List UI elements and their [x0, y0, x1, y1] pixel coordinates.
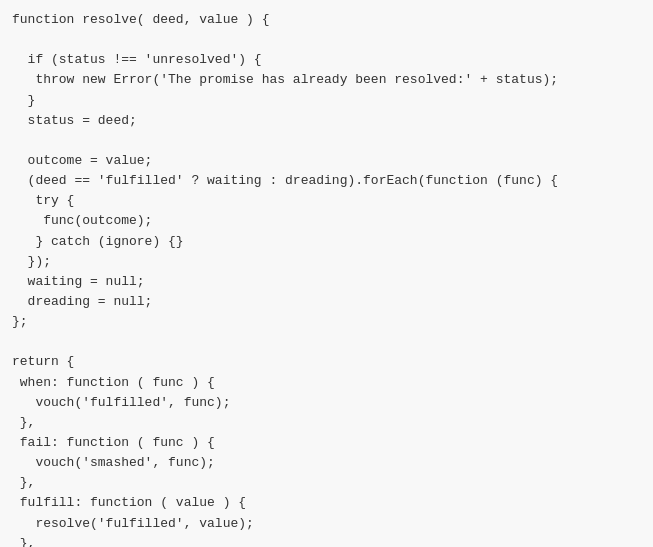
code-block: function resolve( deed, value ) { if (st… [12, 10, 641, 547]
code-line: if (status !== 'unresolved') { [12, 50, 641, 70]
code-line: function resolve( deed, value ) { [12, 10, 641, 30]
code-line: vouch('fulfilled', func); [12, 393, 641, 413]
code-line: waiting = null; [12, 272, 641, 292]
code-line [12, 332, 641, 352]
code-line: (deed == 'fulfilled' ? waiting : dreadin… [12, 171, 641, 191]
code-line [12, 131, 641, 151]
code-line: } [12, 91, 641, 111]
code-line: }, [12, 534, 641, 547]
code-line: status = deed; [12, 111, 641, 131]
code-line: return { [12, 352, 641, 372]
code-line: }; [12, 312, 641, 332]
code-line: throw new Error('The promise has already… [12, 70, 641, 90]
code-line: }, [12, 413, 641, 433]
code-line: } catch (ignore) {} [12, 232, 641, 252]
code-line: resolve('fulfilled', value); [12, 514, 641, 534]
code-line: try { [12, 191, 641, 211]
code-line: fail: function ( func ) { [12, 433, 641, 453]
code-line: fulfill: function ( value ) { [12, 493, 641, 513]
code-line: func(outcome); [12, 211, 641, 231]
code-line: dreading = null; [12, 292, 641, 312]
code-container: function resolve( deed, value ) { if (st… [0, 0, 653, 547]
code-line: vouch('smashed', func); [12, 453, 641, 473]
code-line: outcome = value; [12, 151, 641, 171]
code-line: }, [12, 473, 641, 493]
code-line [12, 30, 641, 50]
code-line: when: function ( func ) { [12, 373, 641, 393]
code-line: }); [12, 252, 641, 272]
